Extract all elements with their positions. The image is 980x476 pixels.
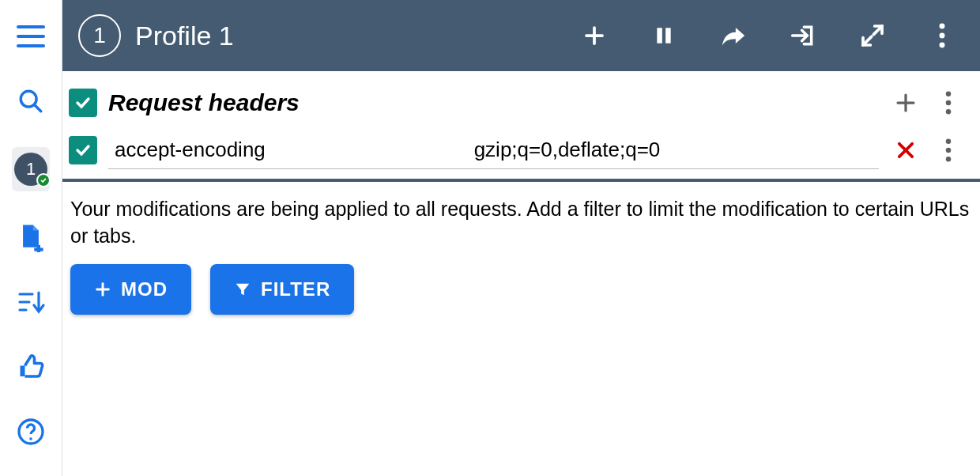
profile-badge-number: 1	[26, 159, 36, 179]
search-icon	[17, 88, 44, 115]
page-title: Profile 1	[135, 21, 564, 51]
expand-icon	[860, 23, 885, 48]
add-mod-button[interactable]: MOD	[70, 264, 191, 315]
sort-button[interactable]	[12, 283, 50, 321]
menu-button[interactable]	[12, 17, 50, 55]
add-filter-button[interactable]: FILTER	[210, 264, 354, 315]
hamburger-icon	[15, 24, 47, 49]
appbar-more-button[interactable]	[926, 20, 958, 51]
profile-chip-icon: 1	[14, 153, 47, 186]
app-bar: 1 Profile 1	[62, 0, 980, 71]
filter-icon	[234, 281, 251, 298]
svg-point-26	[946, 100, 952, 106]
import-icon	[790, 23, 816, 48]
close-icon	[895, 139, 917, 161]
share-button[interactable]	[718, 20, 749, 51]
svg-line-4	[34, 104, 41, 111]
info-text: Your modifications are being applied to …	[70, 196, 972, 250]
check-icon	[74, 141, 92, 160]
svg-point-27	[946, 109, 952, 115]
section-header: Request headers	[62, 71, 980, 128]
plus-icon	[582, 24, 606, 47]
search-button[interactable]	[12, 82, 50, 120]
profile-tab[interactable]: 1	[12, 147, 50, 191]
profile-number: 1	[93, 23, 106, 48]
feedback-button[interactable]	[12, 348, 50, 386]
row-delete-button[interactable]	[890, 134, 922, 166]
pause-button[interactable]	[648, 20, 680, 51]
svg-point-31	[946, 148, 952, 153]
section-title: Request headers	[108, 89, 879, 116]
header-name-input[interactable]	[110, 134, 463, 165]
new-file-button[interactable]	[12, 218, 50, 256]
header-row	[62, 128, 980, 174]
svg-point-21	[940, 33, 945, 39]
svg-point-30	[946, 139, 952, 145]
svg-point-20	[940, 24, 945, 29]
pause-icon	[654, 24, 674, 47]
more-vert-icon	[945, 91, 952, 115]
help-button[interactable]	[12, 413, 50, 451]
sort-icon	[17, 289, 45, 315]
header-value-input[interactable]	[469, 134, 877, 165]
sidebar: 1	[0, 0, 62, 476]
section-add-button[interactable]	[890, 87, 922, 119]
status-ok-icon	[36, 173, 51, 187]
add-button[interactable]	[579, 20, 610, 51]
filter-button-label: FILTER	[261, 278, 330, 300]
expand-button[interactable]	[857, 20, 888, 51]
mod-button-label: MOD	[121, 278, 168, 300]
plus-icon	[894, 91, 918, 115]
svg-rect-16	[665, 28, 671, 43]
profile-indicator: 1	[78, 14, 121, 57]
svg-point-32	[946, 157, 952, 162]
row-enable-checkbox[interactable]	[69, 136, 97, 164]
svg-point-25	[946, 92, 952, 97]
file-plus-icon	[17, 222, 44, 252]
svg-point-12	[29, 437, 32, 440]
svg-point-22	[940, 43, 945, 48]
row-more-button[interactable]	[933, 134, 964, 166]
section-more-button[interactable]	[933, 87, 964, 119]
share-icon	[720, 24, 747, 47]
svg-rect-15	[657, 28, 662, 43]
thumbs-up-icon	[17, 353, 45, 381]
more-vert-icon	[945, 138, 952, 162]
main-area: 1 Profile 1	[62, 0, 980, 476]
check-icon	[74, 93, 92, 112]
plus-icon	[94, 281, 111, 298]
info-box: Your modifications are being applied to …	[62, 182, 980, 315]
import-button[interactable]	[787, 20, 819, 51]
section-enable-checkbox[interactable]	[69, 89, 97, 117]
more-vert-icon	[938, 23, 946, 48]
help-icon	[17, 417, 45, 446]
